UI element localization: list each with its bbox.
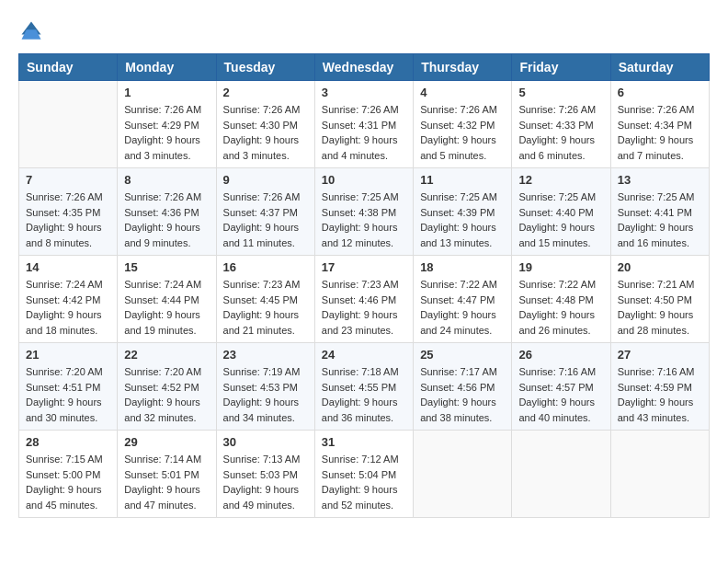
calendar-cell: 7 Sunrise: 7:26 AM Sunset: 4:35 PM Dayli… xyxy=(19,168,118,256)
calendar-cell xyxy=(512,431,610,518)
cell-info: Sunrise: 7:26 AM Sunset: 4:31 PM Dayligh… xyxy=(322,102,406,163)
day-number: 15 xyxy=(124,260,209,274)
day-number: 21 xyxy=(26,348,110,362)
cell-info: Sunrise: 7:26 AM Sunset: 4:36 PM Dayligh… xyxy=(124,190,209,250)
daylight-text: Daylight: 9 hours and 3 minutes. xyxy=(223,134,300,161)
sunrise-text: Sunrise: 7:26 AM xyxy=(223,191,301,202)
cell-info: Sunrise: 7:26 AM Sunset: 4:29 PM Dayligh… xyxy=(124,102,209,163)
sunset-text: Sunset: 4:37 PM xyxy=(223,207,298,218)
sunrise-text: Sunrise: 7:25 AM xyxy=(322,191,399,202)
sunset-text: Sunset: 4:45 PM xyxy=(223,294,298,305)
daylight-text: Daylight: 9 hours and 47 minutes. xyxy=(124,484,200,511)
sunset-text: Sunset: 4:59 PM xyxy=(618,382,692,393)
daylight-text: Daylight: 9 hours and 18 minutes. xyxy=(26,309,102,336)
cell-info: Sunrise: 7:26 AM Sunset: 4:37 PM Dayligh… xyxy=(223,190,308,250)
daylight-text: Daylight: 9 hours and 12 minutes. xyxy=(322,222,398,248)
sunrise-text: Sunrise: 7:26 AM xyxy=(124,191,201,202)
cell-info: Sunrise: 7:12 AM Sunset: 5:04 PM Dayligh… xyxy=(322,452,406,512)
sunrise-text: Sunrise: 7:20 AM xyxy=(124,366,201,377)
cell-info: Sunrise: 7:14 AM Sunset: 5:01 PM Dayligh… xyxy=(124,452,209,512)
sunset-text: Sunset: 4:57 PM xyxy=(518,382,593,393)
sunrise-text: Sunrise: 7:18 AM xyxy=(322,366,399,377)
calendar-cell xyxy=(19,81,118,168)
sunrise-text: Sunrise: 7:25 AM xyxy=(420,191,497,202)
cell-info: Sunrise: 7:26 AM Sunset: 4:32 PM Dayligh… xyxy=(420,102,505,163)
daylight-text: Daylight: 9 hours and 49 minutes. xyxy=(223,484,300,511)
sunrise-text: Sunrise: 7:14 AM xyxy=(124,454,201,465)
logo xyxy=(18,18,48,44)
calendar-cell: 9 Sunrise: 7:26 AM Sunset: 4:37 PM Dayli… xyxy=(216,168,314,256)
sunset-text: Sunset: 4:48 PM xyxy=(518,294,593,305)
cell-info: Sunrise: 7:13 AM Sunset: 5:03 PM Dayligh… xyxy=(223,452,308,512)
sunrise-text: Sunrise: 7:26 AM xyxy=(322,104,399,115)
daylight-text: Daylight: 9 hours and 13 minutes. xyxy=(420,222,496,248)
calendar-cell: 16 Sunrise: 7:23 AM Sunset: 4:45 PM Dayl… xyxy=(216,256,314,343)
daylight-text: Daylight: 9 hours and 9 minutes. xyxy=(124,222,200,248)
cell-info: Sunrise: 7:26 AM Sunset: 4:33 PM Dayligh… xyxy=(518,102,603,163)
day-number: 28 xyxy=(26,435,110,449)
calendar-header-row: SundayMondayTuesdayWednesdayThursdayFrid… xyxy=(19,54,710,81)
cell-info: Sunrise: 7:16 AM Sunset: 4:57 PM Dayligh… xyxy=(518,364,603,425)
sunrise-text: Sunrise: 7:23 AM xyxy=(223,279,301,290)
cell-info: Sunrise: 7:17 AM Sunset: 4:56 PM Dayligh… xyxy=(420,364,505,425)
sunset-text: Sunset: 4:39 PM xyxy=(420,207,495,218)
sunrise-text: Sunrise: 7:25 AM xyxy=(518,191,596,202)
sunrise-text: Sunrise: 7:20 AM xyxy=(26,366,103,377)
daylight-text: Daylight: 9 hours and 45 minutes. xyxy=(26,484,102,511)
daylight-text: Daylight: 9 hours and 7 minutes. xyxy=(618,134,694,161)
calendar-week-row: 21 Sunrise: 7:20 AM Sunset: 4:51 PM Dayl… xyxy=(19,343,710,431)
day-number: 31 xyxy=(322,435,406,449)
day-number: 22 xyxy=(124,348,209,362)
sunset-text: Sunset: 4:50 PM xyxy=(618,294,692,305)
sunrise-text: Sunrise: 7:26 AM xyxy=(518,104,596,115)
sunset-text: Sunset: 4:34 PM xyxy=(618,120,692,131)
day-number: 3 xyxy=(322,86,406,99)
sunset-text: Sunset: 4:32 PM xyxy=(420,120,495,131)
sunset-text: Sunset: 4:47 PM xyxy=(420,294,495,305)
sunrise-text: Sunrise: 7:12 AM xyxy=(322,454,399,465)
sunset-text: Sunset: 4:44 PM xyxy=(124,294,199,305)
calendar-cell: 3 Sunrise: 7:26 AM Sunset: 4:31 PM Dayli… xyxy=(314,81,413,168)
sunset-text: Sunset: 4:52 PM xyxy=(124,382,199,393)
day-number: 2 xyxy=(223,86,308,99)
calendar-cell: 25 Sunrise: 7:17 AM Sunset: 4:56 PM Dayl… xyxy=(414,343,512,431)
daylight-text: Daylight: 9 hours and 40 minutes. xyxy=(518,396,595,423)
daylight-text: Daylight: 9 hours and 15 minutes. xyxy=(518,222,595,248)
logo-icon xyxy=(18,18,44,44)
cell-info: Sunrise: 7:23 AM Sunset: 4:45 PM Dayligh… xyxy=(223,277,308,338)
cell-info: Sunrise: 7:20 AM Sunset: 4:52 PM Dayligh… xyxy=(124,364,209,425)
calendar-cell: 11 Sunrise: 7:25 AM Sunset: 4:39 PM Dayl… xyxy=(414,168,512,256)
day-number: 20 xyxy=(618,260,702,274)
calendar-week-row: 7 Sunrise: 7:26 AM Sunset: 4:35 PM Dayli… xyxy=(19,168,710,256)
calendar-cell: 6 Sunrise: 7:26 AM Sunset: 4:34 PM Dayli… xyxy=(610,81,709,168)
calendar-week-row: 28 Sunrise: 7:15 AM Sunset: 5:00 PM Dayl… xyxy=(19,431,710,518)
calendar-cell: 15 Sunrise: 7:24 AM Sunset: 4:44 PM Dayl… xyxy=(118,256,216,343)
calendar-cell: 26 Sunrise: 7:16 AM Sunset: 4:57 PM Dayl… xyxy=(512,343,610,431)
column-header-monday: Monday xyxy=(118,54,216,81)
sunrise-text: Sunrise: 7:24 AM xyxy=(26,279,103,290)
cell-info: Sunrise: 7:24 AM Sunset: 4:44 PM Dayligh… xyxy=(124,277,209,338)
cell-info: Sunrise: 7:25 AM Sunset: 4:38 PM Dayligh… xyxy=(322,190,406,250)
sunset-text: Sunset: 5:04 PM xyxy=(322,469,396,480)
day-number: 9 xyxy=(223,173,308,187)
sunset-text: Sunset: 5:00 PM xyxy=(26,469,100,480)
calendar-cell: 30 Sunrise: 7:13 AM Sunset: 5:03 PM Dayl… xyxy=(216,431,314,518)
sunset-text: Sunset: 5:01 PM xyxy=(124,469,199,480)
sunrise-text: Sunrise: 7:25 AM xyxy=(618,191,695,202)
sunrise-text: Sunrise: 7:13 AM xyxy=(223,454,301,465)
sunrise-text: Sunrise: 7:24 AM xyxy=(124,279,201,290)
sunrise-text: Sunrise: 7:26 AM xyxy=(223,104,301,115)
day-number: 12 xyxy=(518,173,603,187)
day-number: 10 xyxy=(322,173,406,187)
daylight-text: Daylight: 9 hours and 3 minutes. xyxy=(124,134,200,161)
daylight-text: Daylight: 9 hours and 8 minutes. xyxy=(26,222,102,248)
daylight-text: Daylight: 9 hours and 21 minutes. xyxy=(223,309,300,336)
calendar-cell: 4 Sunrise: 7:26 AM Sunset: 4:32 PM Dayli… xyxy=(414,81,512,168)
cell-info: Sunrise: 7:26 AM Sunset: 4:35 PM Dayligh… xyxy=(26,190,110,250)
cell-info: Sunrise: 7:24 AM Sunset: 4:42 PM Dayligh… xyxy=(26,277,110,338)
cell-info: Sunrise: 7:26 AM Sunset: 4:30 PM Dayligh… xyxy=(223,102,308,163)
sunset-text: Sunset: 4:42 PM xyxy=(26,294,100,305)
day-number: 7 xyxy=(26,173,110,187)
day-number: 6 xyxy=(618,86,702,99)
day-number: 14 xyxy=(26,260,110,274)
